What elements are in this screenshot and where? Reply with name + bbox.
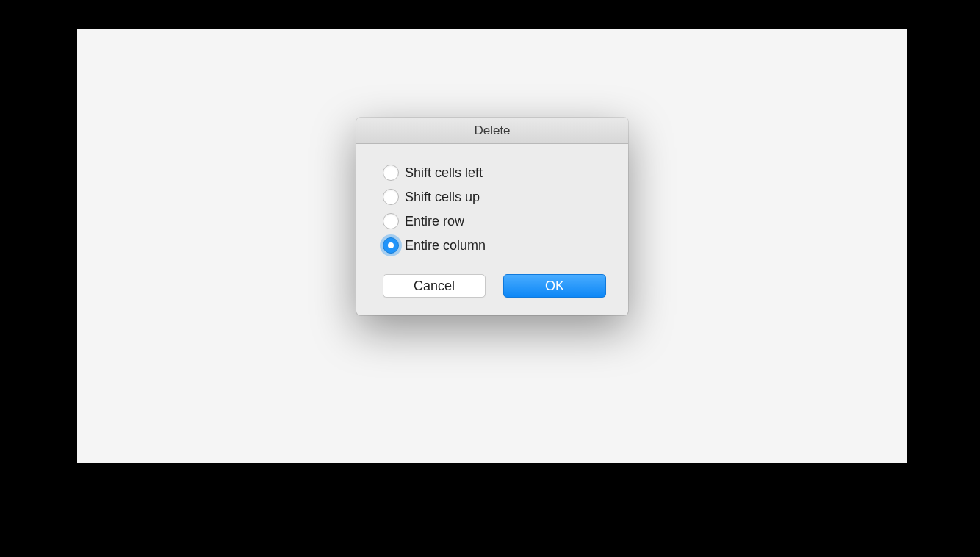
radio-dot-icon <box>388 242 394 248</box>
dialog-overlay: Delete Shift cells left Shift cells up E… <box>0 0 980 557</box>
radio-option-entire-column[interactable]: Entire column <box>383 237 606 254</box>
dialog-titlebar: Delete <box>356 118 628 144</box>
radio-option-entire-row[interactable]: Entire row <box>383 213 606 229</box>
dialog-body: Shift cells left Shift cells up Entire r… <box>356 144 628 315</box>
delete-options-radio-group: Shift cells left Shift cells up Entire r… <box>383 165 606 254</box>
dialog-button-row: Cancel OK <box>383 274 606 298</box>
radio-label: Entire row <box>405 214 464 229</box>
radio-button[interactable] <box>383 189 399 205</box>
radio-button[interactable] <box>383 213 399 229</box>
delete-dialog: Delete Shift cells left Shift cells up E… <box>356 118 628 315</box>
radio-button-selected[interactable] <box>383 237 399 254</box>
radio-label: Entire column <box>405 238 486 254</box>
radio-label: Shift cells up <box>405 190 480 205</box>
dialog-title: Delete <box>474 123 510 138</box>
cancel-button[interactable]: Cancel <box>383 274 486 298</box>
cancel-button-label: Cancel <box>414 278 455 294</box>
radio-option-shift-cells-left[interactable]: Shift cells left <box>383 165 606 181</box>
radio-button[interactable] <box>383 165 399 181</box>
ok-button-label: OK <box>545 278 564 294</box>
radio-label: Shift cells left <box>405 165 483 181</box>
ok-button[interactable]: OK <box>503 274 606 298</box>
radio-option-shift-cells-up[interactable]: Shift cells up <box>383 189 606 205</box>
